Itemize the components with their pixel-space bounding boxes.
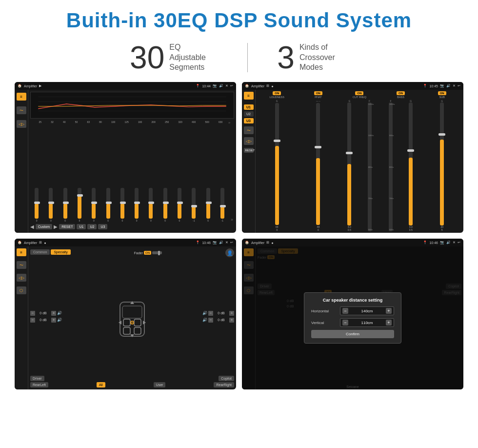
rr-minus-btn[interactable]: −: [208, 318, 213, 323]
home-icon-1[interactable]: 🏠: [18, 84, 22, 88]
phat-val2: 0: [318, 228, 319, 231]
eq-icon-3[interactable]: ≡: [17, 248, 26, 256]
cutfreq-label: CUT FREQ: [353, 96, 366, 99]
cutfreq-on[interactable]: ON: [355, 91, 363, 95]
screen1-main: 25 32 40 50 63 80 100 125 160 200 250 32…: [28, 90, 236, 233]
confirm-button[interactable]: Confirm: [311, 330, 394, 338]
eq-graph: [30, 92, 234, 119]
u1-preset[interactable]: U1: [244, 104, 254, 110]
freq-label: 630: [219, 121, 222, 125]
freq-label: 500: [205, 121, 209, 125]
freq-label: 63: [87, 121, 90, 125]
svg-rect-9: [123, 327, 130, 334]
close-icon-1: ✕: [225, 84, 228, 88]
vertical-row: Vertical − 110cm +: [311, 318, 394, 327]
time-1: 10:44: [202, 84, 211, 88]
common-tab[interactable]: Common: [30, 249, 50, 255]
custom-btn[interactable]: Custom: [36, 224, 52, 229]
next-icon[interactable]: ▶: [54, 224, 58, 229]
wave-icon[interactable]: 〜: [17, 106, 26, 114]
u2-btn[interactable]: U2: [87, 224, 97, 229]
vertical-value-box: − 110cm +: [340, 318, 394, 327]
u3-btn[interactable]: U3: [98, 224, 107, 229]
fl-db-val: 0 dB: [36, 311, 50, 315]
fader-on-badge[interactable]: ON: [144, 251, 151, 255]
bass-on[interactable]: ON: [397, 91, 405, 95]
back-icon-3[interactable]: ↩: [230, 241, 233, 244]
fl-plus-btn[interactable]: +: [51, 311, 56, 316]
fl-db-control: − 0 dB + 🔊: [30, 311, 62, 316]
rearright-btn[interactable]: RearRight: [214, 382, 234, 387]
u1-btn[interactable]: U1: [77, 224, 86, 229]
vertical-label: Vertical: [311, 321, 338, 325]
driver-btn[interactable]: Driver: [30, 376, 44, 381]
volume-sidebar-icon[interactable]: ◁▷: [17, 120, 26, 128]
back-icon-1[interactable]: ↩: [230, 84, 233, 88]
horizontal-plus-btn[interactable]: +: [386, 308, 392, 314]
crossover-number: 3: [277, 42, 295, 73]
bass-label: BASS: [397, 96, 404, 99]
copilot-btn[interactable]: Copilot: [219, 376, 234, 381]
svg-rect-7: [123, 319, 130, 326]
close-icon-2: ✕: [453, 84, 456, 88]
bt-icon[interactable]: ⬡: [17, 286, 26, 294]
back-icon-2[interactable]: ↩: [458, 84, 460, 88]
vertical-value: 110cm: [349, 321, 385, 325]
home-icon-3[interactable]: 🏠: [18, 241, 22, 244]
fr-minus-btn[interactable]: −: [208, 311, 213, 316]
car-diagram: [63, 292, 201, 341]
u2-preset[interactable]: U2: [244, 111, 254, 117]
rl-plus-btn[interactable]: +: [51, 318, 56, 323]
rr-plus-btn[interactable]: +: [229, 318, 234, 323]
loudness-label: LOUDNESS: [270, 96, 284, 99]
rear-zone-row: RearLeft All User RearRight: [30, 382, 234, 387]
specialty-tab[interactable]: Specialty: [51, 249, 70, 255]
horizontal-minus-btn[interactable]: −: [342, 308, 348, 314]
screen2-body: ≡ U1 U2 U3 〜 ◁▷ RESET ON LOUDNESS: [242, 90, 463, 233]
eq-number: 30: [130, 42, 164, 73]
reset-btn[interactable]: RESET: [59, 224, 75, 229]
screen2-sidebar: ≡ U1 U2 U3 〜 ◁▷ RESET: [242, 90, 256, 233]
vertical-minus-btn[interactable]: −: [342, 320, 348, 326]
home-icon-2[interactable]: 🏠: [245, 84, 249, 88]
screen4-body: ≡ 〜 ◁▷ ⬡ Common Specialty Fader ON: [242, 246, 463, 389]
volume-icon-3: 🔊: [219, 241, 223, 244]
crossover-label: Kinds ofCrossover Modes: [299, 42, 348, 73]
user-btn[interactable]: User: [154, 382, 166, 387]
horizontal-label: Horizontal: [311, 309, 338, 313]
screen1-title: Amplifier: [24, 84, 37, 88]
freq-label: 200: [151, 121, 155, 125]
rr-speaker-icon: 🔊: [202, 318, 207, 322]
wave-icon-3[interactable]: 〜: [17, 261, 26, 269]
rearleft-btn[interactable]: RearLeft: [30, 382, 48, 387]
vertical-plus-btn[interactable]: +: [386, 320, 392, 326]
freq-label: 100: [111, 121, 115, 125]
home-icon-4[interactable]: 🏠: [245, 241, 249, 244]
horizontal-row: Horizontal − 140cm +: [311, 306, 394, 315]
wave-icon-2[interactable]: 〜: [244, 126, 254, 134]
all-btn[interactable]: All: [97, 382, 105, 387]
svg-point-12: [132, 322, 133, 323]
vol-icon-2[interactable]: ◁▷: [244, 137, 254, 145]
u3-preset[interactable]: U3: [244, 118, 254, 123]
horizontal-value-box: − 140cm +: [340, 306, 394, 315]
freq-label: 320: [178, 121, 182, 125]
fl-minus-btn[interactable]: −: [30, 311, 35, 316]
screen2-title: Amplifier: [251, 84, 264, 88]
freq-label: 80: [99, 121, 102, 125]
vol-icon-3[interactable]: ◁▷: [17, 274, 26, 282]
eq-icon[interactable]: ≡: [17, 93, 26, 101]
sub-on[interactable]: ON: [438, 91, 446, 95]
phat-on[interactable]: ON: [314, 91, 322, 95]
crossover-stat: 3 Kinds ofCrossover Modes: [248, 42, 378, 73]
prev-icon[interactable]: ◀: [30, 224, 34, 229]
back-icon-4[interactable]: ↩: [458, 241, 460, 244]
sub-g-val2: 5: [441, 228, 443, 231]
eq-icon-2[interactable]: ≡: [244, 92, 254, 100]
reset-btn-2[interactable]: RESET: [244, 148, 254, 153]
loudness-on[interactable]: ON: [273, 91, 281, 95]
rl-minus-btn[interactable]: −: [30, 318, 35, 323]
freq-label: 400: [192, 121, 196, 125]
camera-icon-3: 📷: [213, 241, 217, 244]
fr-plus-btn[interactable]: +: [229, 311, 234, 316]
